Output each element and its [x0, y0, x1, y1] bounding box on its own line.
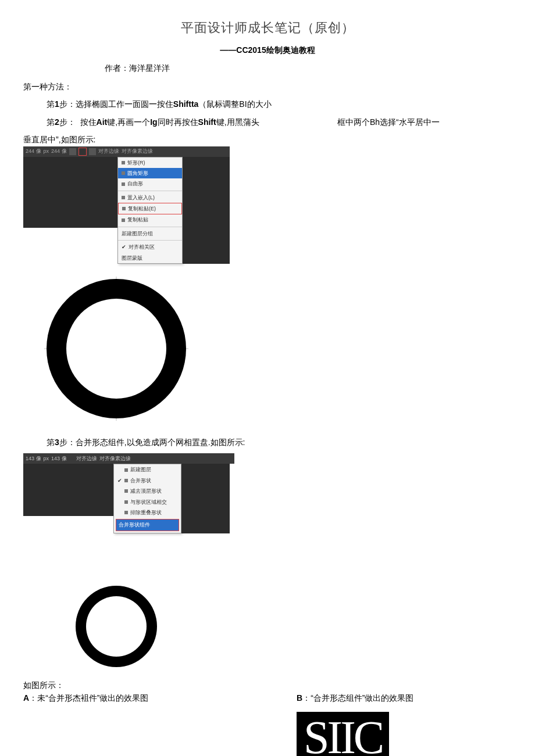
menu-item-merge-selected[interactable]: 合并形状组件: [116, 519, 179, 531]
menu-item[interactable]: 排除重叠形状: [114, 507, 181, 518]
swatch-icon: [69, 148, 76, 155]
compare-row: A：未“合并形杰袓件”做出的效果图 B：“合并形态组件”做出的效果图 SIIC: [35, 691, 500, 756]
exclude-icon: [124, 511, 128, 514]
menu-label: 复制粘贴(E): [128, 205, 156, 213]
roundrect-icon: [122, 171, 125, 175]
menu-label: 对齐相关区: [129, 243, 155, 251]
keyword-shift2: Shift: [198, 117, 216, 127]
menu-item[interactable]: ✔合并形状: [114, 475, 181, 486]
col-b: B：“合并形态组件”做出的效果图 SIIC: [297, 691, 500, 756]
menu-item[interactable]: 置入嵌入(L): [118, 192, 182, 203]
menu-item[interactable]: 自由形: [118, 178, 182, 189]
unit: px: [44, 147, 49, 155]
step-1: 第1步：选择椭圆工作一面圆一按住Shiftta（鼠标调整BI的大小: [47, 98, 500, 110]
opt-align[interactable]: 对齐边缘: [98, 147, 119, 155]
menu-item[interactable]: 图层蒙版: [118, 253, 182, 263]
step-prefix: 第: [47, 438, 55, 447]
context-menu: 矩形(R) 圆角矩形 自由形 置入嵌入(L) 复制粘贴(E) 复制粘贴 新建图层…: [117, 157, 183, 264]
menu-item[interactable]: 复制粘贴: [118, 214, 182, 225]
dim-h: 143 像: [51, 454, 67, 463]
ring-small: [70, 580, 163, 673]
opt-pixel[interactable]: 对齐像素边缘: [99, 454, 131, 463]
tool-icon[interactable]: [89, 148, 96, 155]
menu-label: 复制粘贴: [127, 216, 148, 224]
menu-item-highlight[interactable]: 复制粘贴(E): [118, 203, 182, 214]
menu-item[interactable]: 新建图层: [114, 464, 181, 475]
prefix-a: A: [23, 693, 29, 703]
canvas-area-2: [23, 464, 113, 516]
svg-point-1: [66, 299, 166, 399]
opt-pixel[interactable]: 对齐像素边缘: [122, 147, 153, 155]
page-subtitle: ——CC2015绘制奥迪教程: [35, 44, 500, 56]
options-bar-2: 143 像 px 143 像 对齐边缘 对齐像素边缘: [23, 453, 234, 464]
step-3: 第3步：合并形态组件,以免造成两个网相置盘.如图所示:: [47, 436, 500, 449]
menu-label: 自由形: [127, 180, 143, 188]
col-b-label: B：“合并形态组件”做出的效果图: [297, 691, 500, 704]
path-combine-icon[interactable]: [79, 148, 87, 156]
step-2-left: 第2步： 按住Ait键,再画一个Ig同时再按住Shift键,用黑蒲头: [47, 116, 337, 128]
keyword-shift: Shiftta: [173, 99, 199, 109]
canvas-area-2-right: [181, 464, 230, 533]
unit: px: [44, 454, 49, 463]
t2: 键,再画一个: [107, 117, 150, 127]
menu-item-selected[interactable]: 圆角矩形: [118, 168, 182, 178]
col-a-label: A：未“合并形杰袓件”做出的效果图: [23, 691, 244, 704]
siic-graphic: SIIC: [297, 712, 389, 756]
step-2-right: 框中两个Bh选择“水平居中一: [337, 116, 500, 128]
ring-large: [35, 267, 198, 430]
text-a: ：未“合并形杰袓件”做出的效果图: [29, 693, 148, 703]
menu-label: 圆角矩形: [127, 169, 148, 177]
author-line: 作者：海洋星洋洋: [105, 62, 500, 74]
new-icon: [124, 468, 128, 472]
method-heading: 第一种方法：: [23, 80, 500, 93]
menu-divider: [118, 227, 182, 227]
menu-label: 新建图层: [130, 465, 151, 474]
menu-label: 与形状区域相交: [130, 498, 167, 506]
paste-icon: [122, 218, 125, 222]
shape-icon: [122, 182, 125, 186]
figure-2: 143 像 px 143 像 对齐边缘 对齐像素边缘 新建图层 ✔合并形状 减去…: [23, 453, 500, 533]
col-a: A：未“合并形杰袓件”做出的效果图: [35, 691, 244, 756]
t4: 键,用黑蒲头: [216, 117, 259, 127]
svg-point-7: [86, 596, 147, 657]
menu-divider: [118, 240, 182, 241]
step-prefix: 第: [47, 99, 55, 109]
note-line: 如图所示：: [23, 679, 500, 691]
step-tail: （鼠标调整BI的大小: [198, 99, 271, 109]
opt-align[interactable]: 对齐边缘: [76, 454, 97, 463]
step-number: 1: [55, 99, 59, 109]
menu-row-2: 新建图层 ✔合并形状 减去顶层形状 与形状区域相交 排除重叠形状 合并形状组件: [23, 464, 230, 533]
paste-icon: [122, 207, 126, 210]
menu-item[interactable]: 矩形(R): [118, 157, 182, 168]
menu-label: 图层蒙版: [122, 254, 142, 262]
intersect-icon: [124, 500, 128, 504]
menu-item[interactable]: 新建图层分组: [118, 228, 182, 239]
rect-icon: [122, 161, 125, 164]
dim-w: 143 像: [26, 454, 41, 463]
menu-item[interactable]: ✔对齐相关区: [118, 242, 182, 252]
menu-divider: [118, 191, 182, 191]
t3: 同时再按住: [158, 117, 198, 127]
page-title: 平面设计师成长笔记（原创）: [35, 17, 500, 38]
menu-label: 新建图层分组: [122, 230, 153, 238]
dim-w: 244 像: [26, 147, 41, 155]
figure-1: 244 像 px 244 像 对齐边缘 对齐像素边缘 矩形(R) 圆角矩形 自由…: [23, 146, 230, 264]
step-2: 第2步： 按住Ait键,再画一个Ig同时再按住Shift键,用黑蒲头 框中两个B…: [47, 116, 500, 128]
menu-item[interactable]: 减去顶层形状: [114, 486, 181, 496]
step-text: 步：合并形态组件,以免造成两个网相置盘.如图所示:: [59, 438, 245, 447]
combine-icon: [124, 479, 128, 482]
step-number: 3: [55, 438, 59, 447]
embed-icon: [122, 196, 125, 199]
text-b: ：“合并形态组件”做出的效果图: [302, 693, 413, 703]
dim-h: 244 像: [51, 147, 67, 155]
canvas-area-right: [183, 157, 230, 264]
prefix-b: B: [297, 693, 302, 703]
step-2-continue: 垂直居中”,如图所示:: [23, 133, 500, 146]
options-bar: 244 像 px 244 像 对齐边缘 对齐像素边缘: [23, 146, 230, 157]
menu-item[interactable]: 与形状区域相交: [114, 497, 181, 507]
menu-label: 排除重叠形状: [130, 508, 162, 517]
subtract-icon: [124, 489, 128, 493]
menu-label: 矩形(R): [127, 159, 145, 167]
menu-label: 合并形状: [130, 476, 151, 485]
keyword-ig: Ig: [150, 117, 157, 127]
